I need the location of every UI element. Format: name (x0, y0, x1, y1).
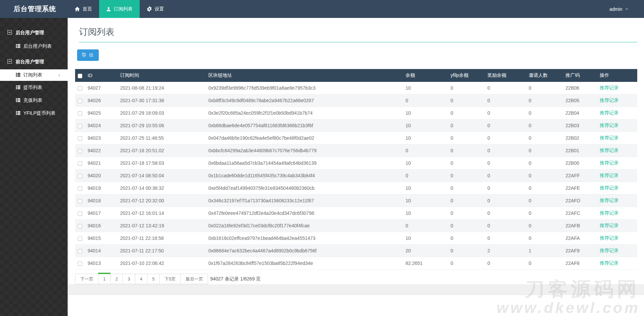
referral-records-link[interactable]: 推荐记录 (600, 185, 619, 190)
nav-item-link[interactable]: 设置 (140, 0, 171, 18)
row-checkbox[interactable] (78, 136, 82, 141)
cell-action: 推荐记录 (597, 220, 637, 232)
cell-address: 0xbbcfc84299a2ab3e44809b67c7076e756db4b7… (206, 144, 403, 157)
cell-checkbox (75, 220, 85, 232)
row-checkbox[interactable] (78, 99, 82, 103)
cell-invites: 0 (526, 132, 563, 144)
pagination-button[interactable]: 4 (135, 274, 147, 284)
referral-records-link[interactable]: 推荐记录 (600, 248, 619, 253)
pagination-button[interactable]: 5 (147, 274, 160, 284)
referral-records-link[interactable]: 推荐记录 (600, 235, 619, 241)
cell-balance: 10 (403, 119, 448, 132)
sidebar-item[interactable]: 提币列表 (0, 82, 68, 94)
cell-action: 推荐记录 (597, 144, 637, 157)
cell-checkbox (75, 107, 85, 119)
referral-records-link[interactable]: 推荐记录 (600, 135, 619, 140)
cell-invites: 0 (526, 94, 563, 107)
cell-reward-balance: 0 (485, 257, 526, 270)
cell-reward-balance: 0 (485, 132, 526, 144)
sidebar-item-label: 提币列表 (23, 85, 42, 91)
row-checkbox[interactable] (78, 186, 82, 191)
table-header-row: ID订阅时间区块链地址余额yfilp余额奖励余额邀请人数推广码操作 (75, 69, 637, 82)
row-checkbox[interactable] (78, 211, 82, 216)
cell-id: 94015 (85, 232, 117, 245)
user-menu[interactable]: admin (610, 0, 628, 18)
sidebar-item[interactable]: YFILP提币列表 (0, 107, 68, 119)
sidebar-item[interactable]: 后台用户列表 (0, 40, 68, 52)
cell-action: 推荐记录 (597, 182, 637, 195)
cell-time: 2021-07-25 11:48:55 (117, 132, 206, 144)
cell-checkbox (75, 195, 85, 207)
cell-balance: 82.2651 (403, 257, 448, 270)
referral-records-link[interactable]: 推荐记录 (600, 198, 619, 203)
sidebar-group-header[interactable]: 后台用户管理 (0, 26, 68, 40)
row-checkbox[interactable] (78, 149, 82, 153)
row-checkbox[interactable] (78, 161, 82, 166)
sidebar-group-header[interactable]: 前台用户管理 (0, 55, 68, 69)
cell-promo-code: 22AFF (563, 170, 597, 182)
cell-time: 2021-07-12 20:32:00 (117, 195, 206, 207)
table-row: 940212021-07-18 17:58:030x6bdaa11a56aa5d… (75, 157, 637, 170)
user-icon (106, 7, 111, 12)
pagination-button[interactable]: 最后一页 (180, 274, 208, 284)
cell-balance: 20 (403, 245, 448, 257)
nav-item-link[interactable]: 首页 (68, 0, 99, 18)
cell-balance: 10 (403, 82, 448, 94)
cell-yfilp-balance: 0 (448, 94, 485, 107)
nav-item-active[interactable]: 订阅列表 (99, 0, 140, 18)
cell-reward-balance: 0 (485, 107, 526, 119)
cell-reward-balance: 0 (485, 82, 526, 94)
cell-invites: 0 (526, 232, 563, 245)
row-checkbox[interactable] (78, 86, 82, 91)
cell-balance: 0 (403, 94, 448, 107)
pagination-button-active[interactable]: 1 (98, 274, 111, 284)
cell-id: 94026 (85, 94, 117, 107)
referral-records-link[interactable]: 推荐记录 (600, 110, 619, 115)
row-checkbox[interactable] (78, 111, 82, 116)
referral-records-link[interactable]: 推荐记录 (600, 85, 619, 90)
row-checkbox[interactable] (78, 236, 82, 241)
cell-address: 0x1f67a284263bc84ff57e1503ba85b222f94ed3… (206, 257, 403, 270)
row-checkbox[interactable] (78, 262, 82, 266)
row-checkbox[interactable] (78, 199, 82, 203)
cell-promo-code: 22B01 (563, 144, 597, 157)
table-row: 940152021-07-11 22:18:580xb1618c02effcea… (75, 232, 637, 245)
cell-yfilp-balance: 0 (448, 144, 485, 157)
row-checkbox[interactable] (78, 224, 82, 228)
cell-time: 2021-07-30 17:31:38 (117, 94, 206, 107)
select-all-checkbox[interactable] (78, 74, 82, 78)
cell-promo-code: 22AF9 (563, 245, 597, 257)
cell-reward-balance: 0 (485, 119, 526, 132)
cell-id: 94027 (85, 82, 117, 94)
row-checkbox[interactable] (78, 249, 82, 253)
pagination-button[interactable]: 下5页 (159, 274, 181, 284)
sidebar-item[interactable]: 订阅列表› (0, 69, 68, 81)
cell-reward-balance: 0 (485, 232, 526, 245)
referral-records-link[interactable]: 推荐记录 (600, 260, 619, 266)
referral-records-link[interactable]: 推荐记录 (600, 173, 619, 178)
minus-square-icon (7, 30, 12, 36)
referral-records-link[interactable]: 推荐记录 (600, 148, 619, 153)
row-checkbox[interactable] (78, 174, 82, 178)
pagination-button[interactable]: 2 (110, 274, 123, 284)
referral-records-link[interactable]: 推荐记录 (600, 160, 619, 165)
pagination-button[interactable]: 3 (122, 274, 135, 284)
export-button[interactable]: 导 出 (77, 49, 99, 61)
referral-records-link[interactable]: 推荐记录 (600, 210, 619, 216)
referral-records-link[interactable]: 推荐记录 (600, 122, 619, 128)
nav-item-label: 设置 (155, 6, 164, 12)
referral-records-link[interactable]: 推荐记录 (600, 223, 619, 228)
cell-action: 推荐记录 (597, 132, 637, 144)
table-row: 940162021-07-12 13:42:190x022a16fe92ef3d… (75, 220, 637, 232)
sidebar-item[interactable]: 充值列表 (0, 94, 68, 107)
cell-time: 2021-07-10 22:06:42 (117, 257, 206, 270)
referral-records-link[interactable]: 推荐记录 (600, 97, 619, 103)
cell-invites: 0 (526, 257, 563, 270)
subscription-table: ID订阅时间区块链地址余额yfilp余额奖励余额邀请人数推广码操作 940272… (75, 69, 637, 270)
chevron-right-icon: › (58, 72, 60, 78)
cell-address: 0x047da46b5e190c62fea4e5ef80c7be48f0d2ae… (206, 132, 403, 144)
cell-invites: 0 (526, 220, 563, 232)
pagination-button[interactable]: 下一页 (75, 274, 98, 284)
row-checkbox[interactable] (78, 124, 82, 128)
cell-time: 2021-07-18 17:58:03 (117, 157, 206, 170)
